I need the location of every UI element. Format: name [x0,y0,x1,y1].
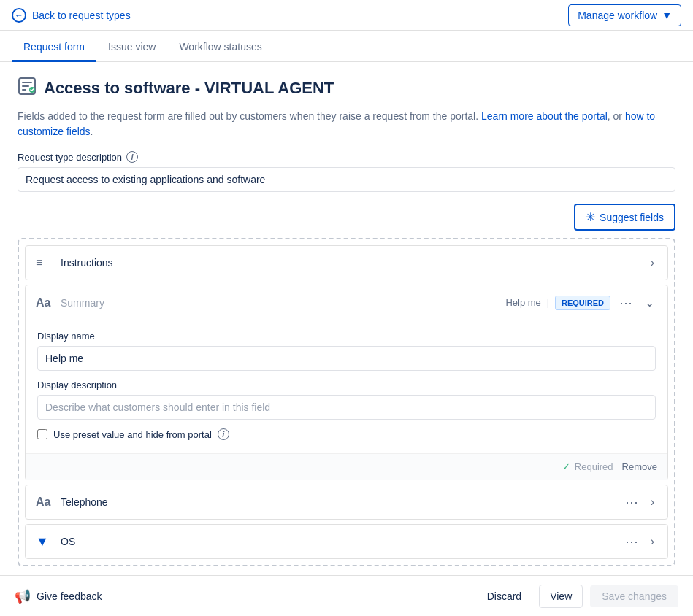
summary-more-options-button[interactable]: ⋯ [616,295,636,311]
request-type-description-label: Request type description i [18,151,675,163]
bottom-bar: 📢 Give feedback Discard View Save change… [0,575,693,616]
chevron-down-icon: ▼ [662,9,672,21]
os-field-row: ▼ OS ⋯ › [25,524,668,559]
feedback-label: Give feedback [37,590,102,602]
os-field-name: OS [61,536,622,547]
summary-collapse-button[interactable]: ⌄ [642,294,657,311]
check-icon: ✓ [562,461,570,472]
instructions-field-row: ≡ Instructions › [25,245,668,280]
summary-field-name: Summary [61,297,505,309]
save-changes-button[interactable]: Save changes [590,585,678,607]
help-me-label: Help me [505,297,540,308]
telephone-field-name: Telephone [61,496,622,508]
os-type-icon: ▼ [36,534,53,550]
remove-field-button[interactable]: Remove [622,461,657,472]
top-bar: ← Back to request types Manage workflow … [0,0,693,31]
instructions-field-name: Instructions [61,257,648,269]
telephone-type-icon: Aa [36,496,53,509]
required-check-row: ✓ Required [562,461,613,472]
display-description-input[interactable] [37,395,656,420]
preset-value-checkbox[interactable] [37,429,47,439]
display-name-label: Display name [37,331,656,342]
summary-type-icon: Aa [36,296,53,309]
summary-field-footer: ✓ Required Remove [26,453,667,480]
page-title-row: Access to software - VIRTUAL AGENT [18,77,675,100]
summary-field-body: Display name Display description Use pre… [26,320,667,453]
back-link-label: Back to request types [32,9,131,21]
telephone-expand-button[interactable]: › [648,494,657,510]
summary-field-actions: Help me | REQUIRED ⋯ ⌄ [505,294,657,311]
tabs-bar: Request form Issue view Workflow statuse… [0,34,693,62]
view-button[interactable]: View [539,585,583,608]
page-title: Access to software - VIRTUAL AGENT [44,79,334,98]
os-expand-button[interactable]: › [648,534,657,550]
required-badge: REQUIRED [555,296,610,310]
portal-description: Fields added to the request form are fil… [18,109,675,139]
fields-container: ≡ Instructions › Aa Summary Help me | RE… [18,238,675,566]
back-link[interactable]: ← Back to request types [12,8,131,23]
preset-value-info-icon[interactable]: i [218,428,229,440]
main-content: Access to software - VIRTUAL AGENT Field… [0,62,693,616]
telephone-field-row: Aa Telephone ⋯ › [25,485,668,520]
summary-field-expanded: Aa Summary Help me | REQUIRED ⋯ ⌄ Displa… [25,285,668,480]
os-field-actions: ⋯ › [622,534,657,550]
back-arrow-icon: ← [12,8,26,23]
manage-workflow-button[interactable]: Manage workflow ▼ [568,4,681,26]
svg-rect-3 [22,89,26,91]
sparkle-icon: ✳ [586,210,595,224]
suggest-fields-button[interactable]: ✳ Suggest fields [574,204,675,231]
bottom-actions: Discard View Save changes [477,585,678,608]
instructions-expand-button[interactable]: › [648,255,657,271]
request-type-description-input[interactable] [18,167,675,192]
description-info-icon[interactable]: i [126,151,138,163]
required-footer-label: Required [575,461,613,472]
svg-rect-2 [22,85,29,87]
discard-button[interactable]: Discard [477,585,532,607]
give-feedback-link[interactable]: 📢 Give feedback [15,588,102,604]
megaphone-icon: 📢 [15,588,31,604]
display-description-label: Display description [37,380,656,390]
svg-rect-1 [22,82,32,83]
tab-issue-view[interactable]: Issue view [96,34,167,62]
preset-value-row: Use preset value and hide from portal i [37,428,656,440]
display-name-input[interactable] [37,346,656,371]
summary-field-header: Aa Summary Help me | REQUIRED ⋯ ⌄ [26,285,667,320]
tab-request-form[interactable]: Request form [12,34,96,62]
instructions-type-icon: ≡ [36,256,53,269]
divider: | [547,298,549,308]
telephone-field-actions: ⋯ › [622,494,657,510]
manage-workflow-label: Manage workflow [578,9,657,21]
preset-value-label[interactable]: Use preset value and hide from portal [53,429,212,440]
suggest-fields-row: ✳ Suggest fields [18,204,675,231]
page-type-icon [18,77,37,100]
os-more-options-button[interactable]: ⋯ [622,534,642,550]
instructions-field-actions: › [648,255,657,271]
learn-more-link[interactable]: Learn more about the portal [481,110,608,122]
tab-workflow-statuses[interactable]: Workflow statuses [167,34,273,62]
telephone-more-options-button[interactable]: ⋯ [622,494,642,510]
